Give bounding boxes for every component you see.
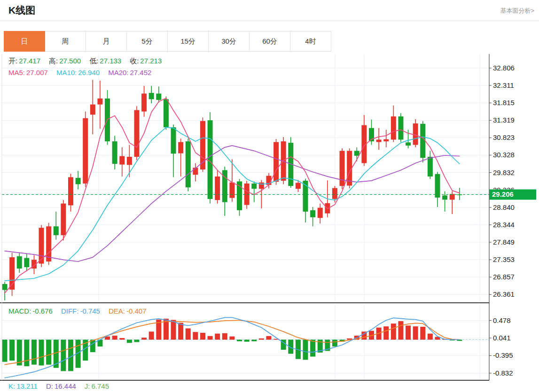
candle-body (340, 151, 345, 186)
price-axis-label: 27.849 (493, 238, 515, 246)
candle-body (442, 195, 447, 200)
macd-legend-item: DEA:-0.407 (109, 307, 147, 315)
fundamental-analysis-link[interactable]: 基本面分析> (500, 7, 534, 15)
tab-30分[interactable]: 30分 (209, 31, 250, 52)
tab-5分[interactable]: 5分 (127, 31, 168, 52)
candle-body (420, 124, 425, 158)
macd-bar (406, 325, 411, 339)
tab-bar: 日周月5分15分30分60分4时 (4, 31, 331, 52)
ma-legend-value: 26.940 (78, 69, 100, 77)
tab-15分[interactable]: 15分 (168, 31, 209, 52)
ma-legend-label: MA10: (56, 69, 77, 77)
macd-legend-value: -0.676 (32, 307, 53, 315)
macd-legend: MACD:-0.676DIFF:-0.745DEA:-0.407 (8, 307, 155, 315)
macd-bar (208, 336, 213, 340)
ma-legend-item: MA20:27.452 (108, 69, 151, 77)
kdj-legend-item: K:13.211 (8, 382, 38, 390)
macd-bar (127, 340, 132, 343)
candle-body (244, 184, 250, 205)
macd-axis-label: -0.832 (493, 369, 513, 377)
ohlc-legend-label: 高: (49, 57, 58, 65)
kdj-legend-item: J:6.745 (85, 382, 109, 390)
candle-body (391, 116, 396, 139)
candle-body (119, 156, 125, 165)
ohlc-legend-item: 低:27.133 (89, 57, 121, 65)
macd-legend-label: DEA: (109, 307, 125, 315)
candle-body (354, 151, 359, 155)
ma-legend-label: MA5: (8, 69, 25, 77)
current-price-badge-value: 29.206 (492, 190, 514, 198)
macd-bar (149, 331, 154, 339)
candle-body (450, 194, 455, 200)
candle-body (178, 142, 183, 154)
candle-body (296, 183, 301, 189)
price-axis-label: 31.815 (493, 99, 515, 107)
candle-body (186, 141, 191, 187)
candle-body (90, 105, 95, 115)
candle-body (156, 93, 161, 100)
candle-body (2, 284, 8, 290)
macd-bar (391, 323, 396, 339)
price-axis-label: 30.823 (493, 133, 515, 141)
candle-body (251, 184, 257, 189)
tab-60分[interactable]: 60分 (250, 31, 290, 52)
price-axis-label: 26.857 (493, 273, 515, 281)
macd-bar (31, 340, 37, 365)
ohlc-legend-label: 开: (8, 57, 17, 65)
candle-body (97, 99, 102, 105)
macd-bar (266, 336, 271, 340)
candle-body (46, 226, 51, 261)
kdj-legend-label: J: (85, 382, 90, 390)
candle-body (171, 127, 176, 154)
price-axis-label: 31.319 (493, 116, 515, 124)
kdj-legend-item: D:16.444 (46, 382, 76, 390)
candle-body (229, 183, 234, 198)
candle-body (149, 93, 154, 99)
macd-axis-label: 0.478 (493, 316, 511, 324)
macd-bar (310, 340, 315, 357)
candle-body (215, 177, 220, 200)
price-axis-label: 29.832 (493, 169, 515, 177)
macd-bar (2, 340, 8, 362)
candle-body (112, 141, 117, 164)
candle-body (68, 177, 73, 205)
macd-bar (237, 340, 242, 341)
tab-4时[interactable]: 4时 (290, 31, 331, 52)
candle-body (383, 139, 389, 141)
ma-legend-item: MA5:27.007 (8, 69, 48, 77)
macd-bar (90, 340, 95, 353)
price-axis-label: 28.344 (493, 221, 515, 229)
macd-bar (420, 327, 425, 339)
macd-bar (222, 333, 227, 340)
ohlc-legend-value: 27.213 (140, 57, 162, 65)
macd-bar (215, 334, 220, 340)
candle-body (332, 188, 337, 199)
candle-body (127, 157, 132, 165)
candle-body (134, 110, 139, 157)
tab-月[interactable]: 月 (86, 31, 127, 52)
candle-body (376, 139, 382, 142)
candle-body (413, 123, 418, 145)
candle-body (406, 142, 411, 146)
ma-legend-value: 27.007 (26, 69, 48, 77)
candle-body (83, 118, 88, 184)
macd-bar (141, 338, 147, 339)
macd-legend-label: MACD: (8, 307, 31, 315)
macd-bar (193, 332, 198, 339)
macd-bar (303, 340, 308, 360)
page-title: K线图 (8, 4, 35, 17)
kdj-legend-value: 6.745 (92, 382, 109, 390)
tab-周[interactable]: 周 (45, 31, 86, 52)
macd-bar (9, 340, 15, 361)
price-axis-label: 26.361 (493, 290, 515, 298)
candle-body (24, 258, 29, 267)
ohlc-legend: 开:27.417高:27.500低:27.133收:27.213 (8, 57, 170, 66)
macd-bar (178, 323, 183, 339)
tab-日[interactable]: 日 (4, 31, 45, 52)
kdj-legend: K:13.211D:16.444J:6.745 (8, 382, 117, 390)
ohlc-legend-label: 低: (89, 57, 98, 65)
macd-bar (383, 326, 389, 339)
candle-body (273, 142, 279, 182)
kdj-legend-value: 13.211 (16, 382, 38, 390)
macd-bar (428, 334, 433, 340)
